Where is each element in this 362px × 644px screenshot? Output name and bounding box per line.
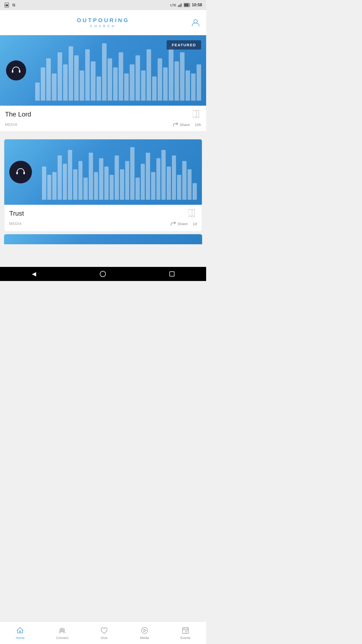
- share-icon: [173, 122, 178, 127]
- first-share-button[interactable]: Share: [173, 122, 190, 127]
- second-card-banner: [4, 139, 202, 205]
- second-bookmark-button[interactable]: [188, 209, 197, 218]
- time-display: 10:58: [192, 3, 202, 7]
- second-time-ago: 1d: [193, 222, 197, 226]
- share-icon-2: [170, 221, 176, 226]
- first-media-meta: MEDIA Share 10h: [5, 122, 201, 127]
- first-media-info: The Lord MEDIA Share 10h: [0, 106, 206, 132]
- svg-rect-14: [23, 172, 25, 174]
- second-share-label: Share: [177, 222, 188, 226]
- back-button[interactable]: ◀: [32, 271, 36, 277]
- section-separator: [0, 132, 206, 137]
- bookmark-icon-2: [189, 209, 196, 218]
- svg-rect-12: [19, 70, 20, 73]
- profile-button[interactable]: [190, 17, 201, 28]
- bookmark-icon: [193, 110, 200, 118]
- home-button[interactable]: [100, 271, 106, 277]
- status-bar-right: LTE 10:58: [170, 3, 202, 7]
- featured-headphones-circle: [6, 60, 26, 80]
- svg-rect-6: [181, 3, 182, 7]
- svg-rect-1: [6, 4, 8, 6]
- second-share-button[interactable]: Share: [170, 221, 188, 226]
- first-time-ago: 10h: [195, 123, 201, 127]
- svg-rect-8: [190, 4, 190, 6]
- second-media-actions: Share 1d: [170, 221, 197, 226]
- page-content: FEATURED The Lord MEDIA: [0, 35, 206, 267]
- lte-label: LTE: [170, 3, 176, 7]
- partial-third-card: [4, 234, 202, 244]
- second-media-title-row: Trust: [9, 209, 197, 218]
- featured-badge: FEATURED: [167, 40, 201, 50]
- app-header: OUTPOURING CHURCH: [0, 10, 206, 35]
- first-media-label: MEDIA: [5, 123, 17, 127]
- recents-button[interactable]: [169, 271, 174, 276]
- battery-icon: [184, 3, 190, 7]
- logo-line1: OUTPOURING: [77, 17, 129, 24]
- second-media-label: MEDIA: [9, 222, 22, 226]
- svg-rect-4: [179, 5, 180, 7]
- svg-point-10: [194, 20, 197, 23]
- second-media-meta: MEDIA Share 1d: [9, 221, 197, 226]
- first-media-actions: Share 10h: [173, 122, 201, 127]
- second-media-title: Trust: [9, 210, 24, 217]
- svg-rect-11: [12, 70, 13, 73]
- svg-text:N: N: [12, 3, 15, 7]
- svg-rect-9: [184, 4, 189, 7]
- person-icon: [191, 18, 200, 27]
- first-bookmark-button[interactable]: [192, 110, 201, 119]
- first-share-label: Share: [180, 123, 190, 127]
- first-media-title: The Lord: [5, 110, 31, 118]
- system-nav-bar: ◀: [0, 267, 206, 281]
- status-bar-left: N: [4, 2, 17, 8]
- second-headphones-circle: [9, 161, 32, 183]
- headphones-icon-2: [15, 167, 26, 178]
- second-waveform: [42, 139, 202, 205]
- status-bar: N LTE 10:58: [0, 0, 206, 10]
- signal-icon: [178, 3, 182, 7]
- second-card-info: Trust MEDIA Share: [4, 205, 202, 231]
- logo-line2: CHURCH: [77, 24, 129, 28]
- svg-rect-5: [180, 4, 181, 7]
- svg-rect-13: [16, 172, 18, 174]
- headphones-icon: [11, 65, 22, 76]
- featured-banner: FEATURED: [0, 35, 206, 106]
- n-icon: N: [12, 2, 17, 8]
- first-media-title-row: The Lord: [5, 110, 201, 119]
- app-logo: OUTPOURING CHURCH: [77, 17, 129, 28]
- sim-icon: [4, 2, 10, 8]
- second-media-card: Trust MEDIA Share: [4, 139, 202, 232]
- svg-rect-3: [178, 5, 179, 7]
